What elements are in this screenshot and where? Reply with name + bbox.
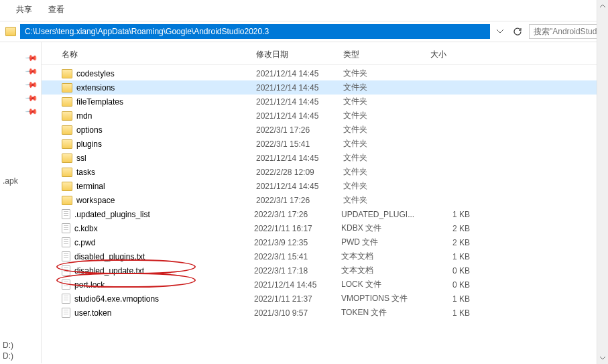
file-row[interactable]: terminal2021/12/14 14:45文件夹 [42, 179, 608, 193]
file-size: 1 KB [428, 294, 482, 304]
file-type: 文件夹 [343, 166, 430, 178]
pin-icon[interactable]: 📌 [25, 105, 38, 118]
file-date: 2022/3/1 17:26 [256, 125, 343, 135]
file-row[interactable]: extensions2021/12/14 14:45文件夹 [42, 80, 608, 95]
file-date: 2021/12/14 14:45 [254, 280, 341, 290]
file-name: c.kdbx [74, 224, 254, 233]
file-date: 2022/3/1 17:18 [254, 266, 341, 276]
file-type: 文件夹 [343, 124, 430, 135]
file-name: extensions [76, 83, 256, 93]
file-type: 文本文档 [341, 251, 428, 262]
file-type: 文件夹 [343, 110, 430, 121]
file-size: 0 KB [428, 280, 482, 290]
file-type: TOKEN 文件 [341, 307, 428, 318]
file-type: 文件夹 [343, 96, 430, 107]
file-name: disabled_plugins.txt [74, 252, 254, 261]
file-date: 2021/12/14 14:45 [256, 69, 343, 78]
tab-view[interactable]: 查看 [48, 4, 64, 15]
file-type: UPDATED_PLUGI... [341, 210, 428, 219]
file-row[interactable]: mdn2021/12/14 14:45文件夹 [42, 109, 608, 123]
refresh-button[interactable] [510, 24, 525, 39]
file-date: 2021/3/9 12:35 [254, 238, 341, 247]
file-name: port.lock [74, 280, 254, 290]
file-icon [62, 294, 70, 304]
file-icon [62, 265, 70, 276]
file-row[interactable]: plugins2022/3/1 15:41文件夹 [42, 137, 608, 151]
pin-icon[interactable]: 📌 [25, 64, 38, 78]
header-type[interactable]: 类型 [343, 49, 430, 60]
file-row[interactable]: studio64.exe.vmoptions2022/1/11 21:37VMO… [42, 292, 608, 306]
file-type: 文本文档 [341, 265, 428, 276]
address-bar-row: C:\Users\teng.xiang\AppData\Roaming\Goog… [0, 21, 608, 42]
file-row[interactable]: .updated_plugins_list2022/3/1 17:26UPDAT… [42, 207, 608, 221]
file-row[interactable]: port.lock2021/12/14 14:45LOCK 文件0 KB [42, 278, 608, 292]
pin-icon[interactable]: 📌 [25, 51, 38, 64]
file-size: 0 KB [428, 266, 482, 276]
file-date: 2022/3/1 15:41 [256, 139, 343, 149]
file-row[interactable]: fileTemplates2021/12/14 14:45文件夹 [42, 95, 608, 109]
vertical-scrollbar[interactable] [597, 0, 608, 364]
pin-icon[interactable]: 📌 [25, 91, 38, 105]
folder-icon [62, 154, 72, 163]
header-size[interactable]: 大小 [430, 49, 484, 60]
file-type: 文件夹 [343, 180, 430, 192]
file-type: LOCK 文件 [341, 279, 428, 290]
file-name: tasks [76, 168, 256, 177]
file-row[interactable]: c.pwd2021/3/9 12:35PWD 文件2 KB [42, 235, 608, 249]
header-name[interactable]: 名称 [62, 49, 256, 60]
file-name: disabled_update.txt [74, 266, 254, 276]
file-listing: 名称 修改日期 类型 大小 codestyles2021/12/14 14:45… [42, 42, 608, 363]
drive-label[interactable]: D:) [3, 351, 13, 361]
folder-icon [5, 27, 16, 36]
folder-icon [62, 111, 72, 121]
search-input[interactable]: 搜索"AndroidStudio [529, 24, 603, 39]
file-row[interactable]: ssl2021/12/14 14:45文件夹 [42, 151, 608, 165]
file-type: 文件夹 [343, 68, 430, 79]
nav-sidebar: 📌 📌 📌 📌 📌 .apk D:) D:) [0, 42, 42, 363]
file-name: ssl [76, 154, 256, 163]
drive-label[interactable]: D:) [3, 340, 13, 351]
file-icon [62, 308, 70, 318]
file-icon [62, 251, 70, 261]
address-input[interactable]: C:\Users\teng.xiang\AppData\Roaming\Goog… [20, 24, 490, 39]
scroll-up-button[interactable] [597, 0, 608, 11]
file-row[interactable]: codestyles2021/12/14 14:45文件夹 [42, 66, 608, 80]
file-name: plugins [76, 139, 256, 149]
scroll-down-button[interactable] [597, 353, 608, 364]
file-row[interactable]: options2022/3/1 17:26文件夹 [42, 123, 608, 137]
folder-icon [62, 182, 72, 191]
file-type: 文件夹 [343, 194, 430, 206]
file-size: 1 KB [428, 308, 482, 318]
file-size: 2 KB [428, 224, 482, 233]
address-dropdown-button[interactable] [494, 24, 506, 39]
file-date: 2021/12/14 14:45 [256, 83, 343, 93]
file-date: 2022/3/1 15:41 [254, 252, 341, 261]
header-date[interactable]: 修改日期 [256, 49, 343, 60]
file-row[interactable]: tasks2022/2/28 12:09文件夹 [42, 165, 608, 179]
file-row[interactable]: c.kdbx2022/1/11 16:17KDBX 文件2 KB [42, 221, 608, 235]
tab-share[interactable]: 共享 [16, 4, 32, 15]
file-icon [62, 209, 70, 219]
file-size: 1 KB [428, 210, 482, 219]
sidebar-ext-label: .apk [0, 176, 41, 186]
pin-icon[interactable]: 📌 [25, 78, 38, 91]
file-row[interactable]: user.token2021/3/10 9:57TOKEN 文件1 KB [42, 306, 608, 320]
file-row[interactable]: disabled_plugins.txt2022/3/1 15:41文本文档1 … [42, 249, 608, 263]
file-name: mdn [76, 111, 256, 121]
file-date: 2021/3/10 9:57 [254, 308, 341, 318]
file-name: terminal [76, 182, 256, 191]
column-headers: 名称 修改日期 类型 大小 [42, 42, 608, 65]
file-date: 2022/2/28 12:09 [256, 168, 343, 177]
file-name: codestyles [76, 69, 256, 78]
file-row[interactable]: disabled_update.txt2022/3/1 17:18文本文档0 K… [42, 263, 608, 278]
file-name: fileTemplates [76, 97, 256, 107]
ribbon-tabs: 共享 查看 [0, 0, 608, 21]
sidebar-drives: D:) D:) [3, 340, 13, 361]
file-date: 2022/1/11 21:37 [254, 294, 341, 304]
scroll-track[interactable] [597, 11, 608, 353]
file-row[interactable]: workspace2022/3/1 17:26文件夹 [42, 193, 608, 207]
file-date: 2022/3/1 17:26 [254, 210, 341, 219]
file-date: 2022/3/1 17:26 [256, 196, 343, 205]
file-type: KDBX 文件 [341, 223, 428, 234]
folder-icon [62, 69, 72, 78]
